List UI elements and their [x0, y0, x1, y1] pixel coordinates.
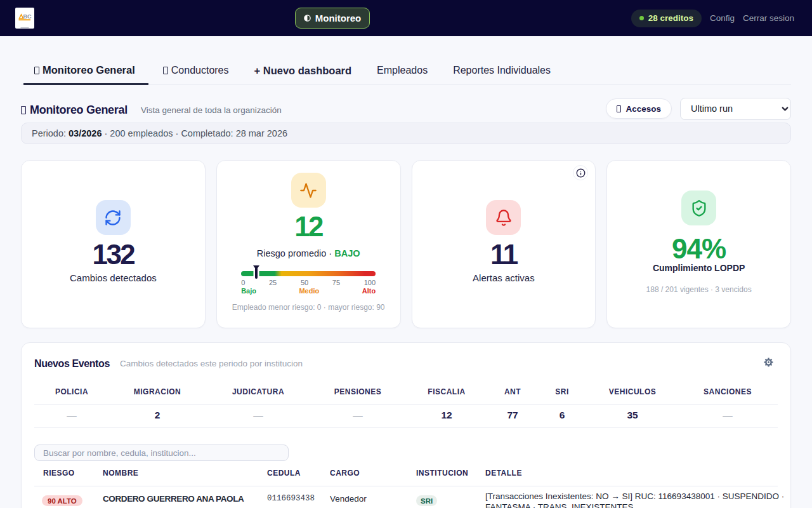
svg-text:BC: BC — [23, 13, 32, 20]
